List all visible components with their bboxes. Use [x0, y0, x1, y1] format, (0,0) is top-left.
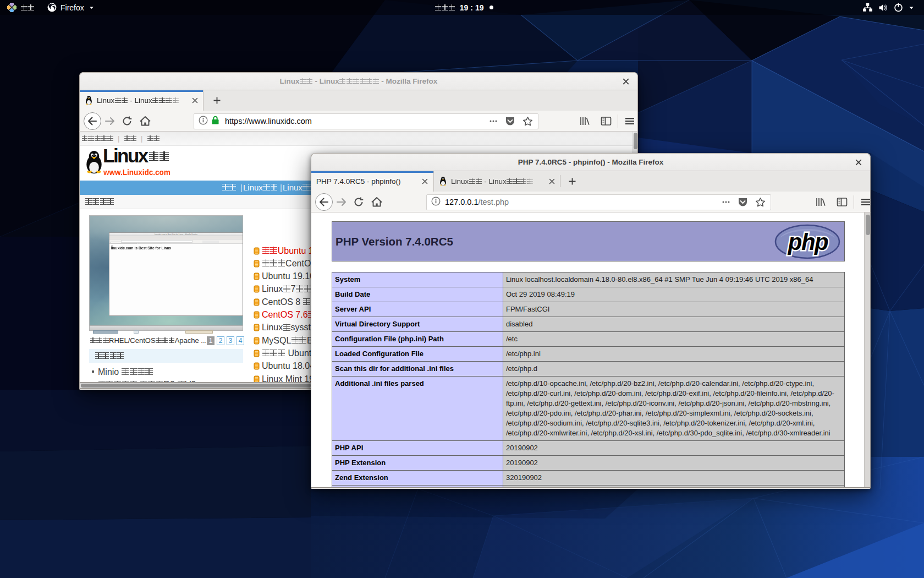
svg-text:php: php [788, 229, 828, 255]
